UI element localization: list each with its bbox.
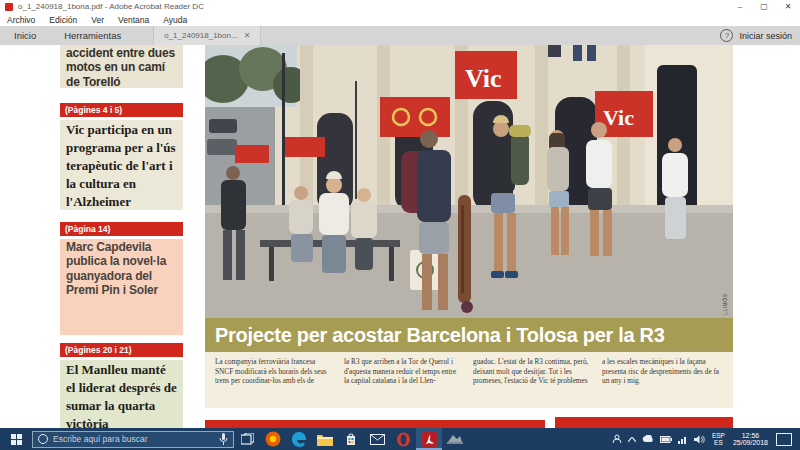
cortana-icon [38,434,48,444]
sidebar-headline-manlleu: El Manlleu manté el liderat després de s… [60,360,183,428]
file-explorer-icon[interactable] [312,428,338,450]
action-center-icon[interactable] [776,433,792,446]
menu-ventana[interactable]: Ventana [111,15,156,25]
sidebar-headline-vic-participa: Vic participa en un programa per a l'ús … [60,120,183,210]
menu-edicion[interactable]: Edición [42,15,84,25]
chevron-up-icon[interactable] [625,437,639,442]
acrobat-app-icon [5,3,13,11]
bottom-banner-left [205,420,545,428]
window-title: o_1_240918_1bona.pdf - Adobe Acrobat Rea… [18,2,204,11]
battery-icon[interactable] [657,436,675,443]
unknown-app-icon[interactable] [442,428,468,450]
system-tray: ESP ES 12:56 25/09/2018 [609,428,800,450]
sign-in-button[interactable]: Iniciar sesión [739,31,792,41]
title-bar: o_1_240918_1bona.pdf - Adobe Acrobat Rea… [0,0,800,13]
firefox-icon[interactable] [260,428,286,450]
minimize-button[interactable]: – [728,0,752,13]
start-button[interactable] [0,428,32,450]
menu-ayuda[interactable]: Ayuda [156,15,194,25]
close-button[interactable]: ✕ [776,0,800,13]
page-banner-20-21: (Pàgines 20 i 21) [60,343,183,357]
search-placeholder: Escribe aquí para buscar [53,434,214,444]
bottom-banner-right [555,417,733,428]
menu-bar: Archivo Edición Ver Ventana Ayuda [0,13,800,27]
language-indicator[interactable]: ESP ES [708,432,729,447]
task-view-button[interactable] [234,428,260,450]
main-headline-bar: Projecte per acostar Barcelona i Tolosa … [205,318,733,352]
station-photo: Vic Vic [205,45,733,318]
body-column-2: la R3 que arriben a la Tor de Querol i d… [344,357,462,403]
vic-sign-text-2: Vic [603,105,634,130]
help-icon[interactable]: ? [720,29,733,42]
tab-document[interactable]: o_1_240918_1bon... ✕ [153,26,261,45]
sign-in-area: ? Iniciar sesión [720,26,792,45]
mail-icon[interactable] [364,428,390,450]
main-headline: Projecte per acostar Barcelona i Tolosa … [205,324,665,347]
microphone-icon[interactable] [219,433,228,446]
onedrive-icon[interactable] [639,435,657,443]
windows-logo-icon [11,434,22,445]
page-banner-4-5: (Pàgines 4 i 5) [60,103,183,117]
menu-ver[interactable]: Ver [84,15,111,25]
acrobat-taskbar-icon[interactable] [416,428,442,450]
menu-archivo[interactable]: Archivo [0,15,42,25]
maximize-button[interactable]: ▢ [752,0,776,13]
body-column-3: guadoc. L'estat de la R3 continua, però,… [473,357,591,403]
opera-icon[interactable] [390,428,416,450]
screen: o_1_240918_1bona.pdf - Adobe Acrobat Rea… [0,0,800,450]
body-column-4: a les escales mecàniques i la façana pre… [602,357,720,403]
tab-bar: Inicio Herramientas o_1_240918_1bon... ✕ [0,26,800,45]
pdf-page: accident entre dues motos en un camí de … [0,45,788,428]
tab-herramientas[interactable]: Herramientas [50,26,135,45]
people-icon[interactable] [609,434,625,444]
article-body: La companyia ferroviària francesa SNCF m… [205,352,733,408]
date: 25/09/2018 [733,439,768,447]
sidebar-headline-accident: accident entre dues motos en un camí de … [60,45,183,88]
edge-icon[interactable] [286,428,312,450]
tab-close-icon[interactable]: ✕ [244,31,251,40]
tab-inicio[interactable]: Inicio [0,26,50,45]
page-banner-14: (Pàgina 14) [60,222,183,236]
document-tab-label: o_1_240918_1bon... [164,31,237,40]
network-icon[interactable] [675,435,691,444]
sidebar-headline-capdevila: Marc Capdevila publica la novel·la guany… [60,239,183,335]
vic-sign-text: Vic [465,64,502,93]
search-input[interactable]: Escribe aquí para buscar [32,431,234,448]
taskbar: Escribe aquí para buscar [0,428,800,450]
store-icon[interactable] [338,428,364,450]
speaker-icon[interactable] [691,435,708,444]
time: 12:56 [733,432,768,440]
clock[interactable]: 12:56 25/09/2018 [729,432,772,447]
body-column-1: La companyia ferroviària francesa SNCF m… [215,357,333,403]
